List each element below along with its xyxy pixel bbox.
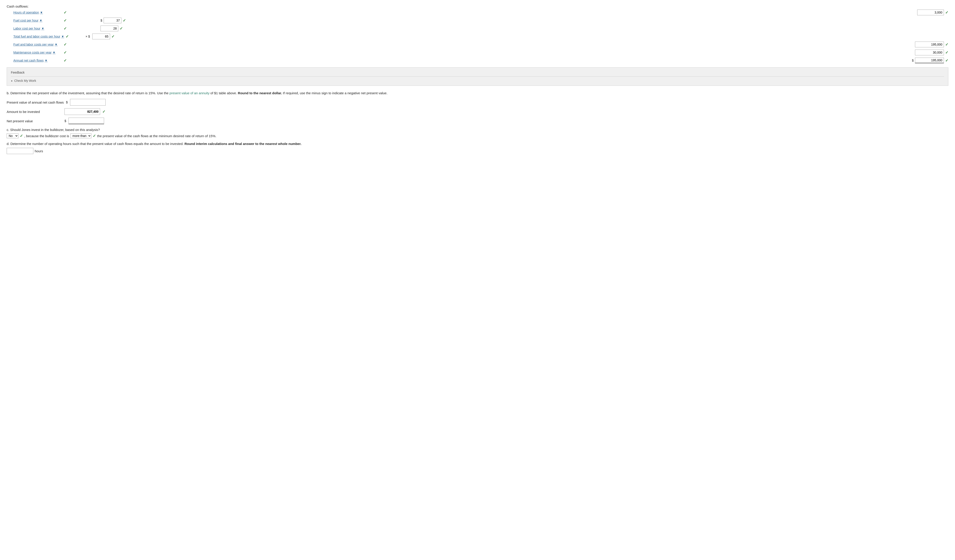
hours-value-input[interactable]: [917, 9, 944, 15]
hours-dropdown[interactable]: Hours of operation ▼: [13, 11, 62, 14]
pv-input-2[interactable]: [64, 108, 100, 115]
remainder-text: the present value of the cash flows at t…: [97, 134, 216, 138]
chevron-down-icon[interactable]: ▼: [40, 11, 43, 14]
pv-input-1[interactable]: [70, 99, 106, 106]
chevron-down-icon[interactable]: ▼: [44, 59, 48, 62]
labor-cost-dropdown[interactable]: Labor cost per hour ▼: [13, 27, 62, 30]
section-d: d. Determine the number of operating hou…: [7, 142, 948, 154]
pv-row-1: Present value of annual net cash flows $: [7, 99, 948, 106]
row-labor-cost: Labor cost per hour ▼ ✓ ✓: [7, 25, 948, 31]
row-fuel-labor-year: Fuel and labor costs per year ▼ ✓ ✓: [7, 42, 948, 47]
pv-label-2: Amount to be invested: [7, 110, 62, 114]
check-annual-right: ✓: [945, 58, 948, 63]
section-b-para1: b. Determine the net present value of th…: [7, 91, 169, 95]
no-select[interactable]: No Yes: [7, 133, 19, 138]
section-d-bold: Round interim calculations and final ans…: [185, 142, 302, 145]
hours-answer-input[interactable]: [7, 148, 33, 154]
check-total-mid: ✓: [111, 34, 114, 39]
total-cost-input[interactable]: [92, 34, 110, 39]
check-total: ✓: [66, 34, 69, 39]
pv-label-3: Net present value: [7, 119, 62, 123]
row-maintenance: Maintenance costs per year ▼ ✓ ✓: [7, 50, 948, 55]
row-fuel-cost: Fuel cost per hour ▼ ✓ $ ✓: [7, 17, 948, 23]
fuel-labor-year-dropdown[interactable]: Fuel and labor costs per year ▼: [13, 43, 62, 46]
check-hours-right: ✓: [945, 10, 948, 15]
check-fuel-year: ✓: [64, 42, 67, 47]
check-amount-invested: ✓: [102, 109, 105, 114]
section-d-text: d. Determine the number of operating hou…: [7, 142, 948, 145]
section-d-row: hours: [7, 148, 948, 154]
row-hours-of-operation: Hours of operation ▼ ✓ ✓: [7, 9, 948, 15]
chevron-down-icon[interactable]: ▼: [61, 35, 64, 38]
chevron-down-icon[interactable]: ▼: [39, 19, 42, 22]
dollar-fuel: $: [100, 19, 102, 22]
check-labor: ✓: [64, 26, 67, 31]
row-total-fuel-labor: Total fuel and labor costs per hour ▼ ✓ …: [7, 34, 948, 39]
section-b-para2: of $1 table above.: [210, 91, 238, 95]
check-labor-mid: ✓: [120, 26, 123, 31]
check-fuel-mid: ✓: [123, 18, 126, 23]
feedback-title: Feedback: [11, 71, 944, 74]
check-hours: ✓: [64, 10, 67, 15]
section-b-text: b. Determine the net present value of th…: [7, 91, 948, 95]
check-maintenance: ✓: [64, 50, 67, 55]
annuity-link[interactable]: present value of an annuity: [169, 91, 210, 95]
section-c: c. Should Jones invest in the bulldozer,…: [7, 128, 948, 138]
more-than-select[interactable]: more than less than equal to: [70, 133, 91, 138]
annual-net-dropdown[interactable]: Annual net cash flows ▼: [13, 59, 62, 62]
triangle-icon: ►: [11, 80, 13, 82]
maintenance-dropdown[interactable]: Maintenance costs per year ▼: [13, 51, 62, 54]
annual-net-input[interactable]: [915, 58, 944, 63]
section-d-para1: d. Determine the number of operating hou…: [7, 142, 185, 145]
cash-outflows-label: Cash outflows:: [7, 5, 948, 8]
fuel-cost-dropdown[interactable]: Fuel cost per hour ▼: [13, 19, 62, 22]
section-c-text: c. Should Jones invest in the bulldozer,…: [7, 128, 948, 131]
chevron-down-icon[interactable]: ▼: [41, 27, 44, 30]
total-fuel-labor-dropdown[interactable]: Total fuel and labor costs per hour ▼: [13, 35, 64, 38]
chevron-down-icon[interactable]: ▼: [55, 43, 58, 46]
check-no: ✓: [20, 134, 23, 138]
because-text: , because the bulldozer cost is: [24, 134, 69, 138]
pv-row-2: Amount to be invested ✓: [7, 108, 948, 115]
section-b-bold: Round to the nearest dollar.: [238, 91, 282, 95]
section-b-para3: If required, use the minus sign to indic…: [282, 91, 387, 95]
row-annual-net: Annual net cash flows ▼ ✓ $ ✓: [7, 58, 948, 63]
chevron-down-icon[interactable]: ▼: [52, 51, 56, 54]
pv-dollar-1: $: [66, 100, 68, 104]
fuel-cost-input[interactable]: [103, 17, 121, 23]
check-maintenance-right: ✓: [945, 50, 948, 55]
multiply-sign: × $: [86, 35, 90, 38]
feedback-box: Feedback ► Check My Work: [7, 67, 948, 86]
check-fuel: ✓: [64, 18, 67, 23]
dollar-annual: $: [912, 59, 914, 62]
present-value-section: Present value of annual net cash flows $…: [7, 99, 948, 124]
check-annual: ✓: [64, 58, 67, 63]
section-b: b. Determine the net present value of th…: [7, 91, 948, 95]
check-more-than: ✓: [93, 134, 96, 138]
check-my-work-label[interactable]: Check My Work: [14, 79, 36, 83]
pv-label-1: Present value of annual net cash flows: [7, 100, 64, 104]
pv-row-3: Net present value $: [7, 117, 948, 124]
hours-label: hours: [35, 149, 43, 153]
net-pv-input[interactable]: [69, 117, 104, 124]
labor-cost-input[interactable]: [100, 25, 118, 31]
section-c-row: No Yes ✓ , because the bulldozer cost is…: [7, 133, 948, 138]
check-my-work-row[interactable]: ► Check My Work: [11, 79, 944, 83]
pv-dollar-3: $: [64, 119, 66, 123]
fuel-labor-year-input[interactable]: [915, 42, 944, 47]
check-fuel-year-right: ✓: [945, 42, 948, 47]
maintenance-input[interactable]: [915, 50, 944, 55]
